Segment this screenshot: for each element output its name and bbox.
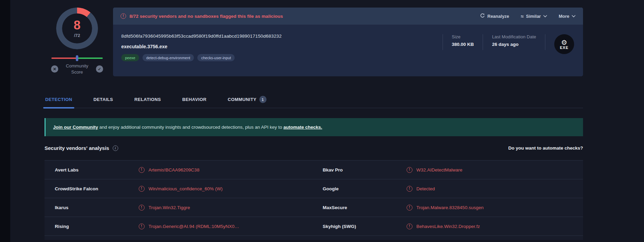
chevron-down-icon [543,15,547,17]
size-label: Size [452,34,474,39]
detection-result: ! Win/malicious_confidence_60% (W) [139,186,314,192]
reanalyze-button[interactable]: Reanalyze [480,13,509,19]
vertical-divider [545,34,545,50]
detection-alert-text: 8/72 security vendors and no sandboxes f… [129,14,480,19]
detection-label: BehavesLike.Win32.Dropper.fz [417,224,480,229]
table-row: CrowdStrike Falcon ! Win/malicious_confi… [45,179,583,198]
automate-checks-link[interactable]: automate checks. [283,125,322,130]
tab-label: DETAILS [94,97,113,102]
detection-result: ! Trojan.Generic@AI.94 (RDML:10M5yNX0… [139,224,314,229]
slider-marker [76,55,78,61]
score-widget: 8 /72 ✕ Community Score ✓ [48,8,106,75]
vendor-name: MaxSecure [314,205,407,210]
file-hash[interactable]: 8dfd506fa7936045995b63f53ccad9580f19d0ff… [121,34,443,39]
alert-icon: ! [407,167,412,173]
tab-community[interactable]: COMMUNITY 1 [227,93,267,108]
vendor-name: Google [314,186,407,191]
last-modification-value: 26 days ago [492,42,536,47]
community-score-label: Community Score [63,63,91,75]
vendor-name: CrowdStrike Falcon [46,186,139,191]
vendor-name: Bkav Pro [314,167,407,173]
gear-icon: ⚙ [561,39,567,46]
detection-result: ! Trojan.Malware.8328450.susgen [407,205,582,211]
tab-label: BEHAVIOR [182,97,207,102]
tag-checks-user-input[interactable]: checks-user-input [197,54,235,61]
alert-icon: ! [407,186,412,192]
score-total: /72 [74,33,80,38]
tag-peexe[interactable]: peexe [121,54,139,61]
detection-result: ! BehavesLike.Win32.Dropper.fz [407,224,582,229]
reanalyze-label: Reanalyze [487,14,509,19]
file-type-exe-icon: ⚙ EXE [554,34,574,54]
table-row: Ikarus ! Trojan.Win32.Tiggre MaxSecure !… [45,198,583,217]
size-value: 380.00 KB [452,42,474,47]
detection-result: ! W32.AIDetectMalware [407,167,582,173]
table-row-partial [45,236,583,240]
banner-text: and enjoy additional community insights … [98,125,283,130]
tab-behavior[interactable]: BEHAVIOR [182,93,207,108]
tab-label: DETECTION [45,97,72,102]
like-check-icon[interactable]: ✓ [96,65,103,73]
virustotal-detection-page: 8 /72 ✕ Community Score ✓ ! 8/72 securit… [0,0,644,242]
community-count-badge: 1 [259,96,267,103]
reanalyze-icon [480,13,485,19]
vendor-name: Skyhigh (SWG) [314,224,407,229]
dislike-x-icon[interactable]: ✕ [51,65,58,73]
detection-score-gauge: 8 /72 [56,8,98,49]
alert-circle-icon: ! [121,13,126,19]
detection-label: Artemis!BCAA96209C38 [149,167,200,173]
last-modification-label: Last Modification Date [492,34,536,39]
vendor-name: Rising [46,224,139,229]
analysis-section-header: Security vendors' analysis i Do you want… [45,145,583,151]
detection-label: Trojan.Generic@AI.94 (RDML:10M5yNX0… [149,224,239,229]
detection-result: ! Detected [407,186,582,192]
score-value: 8 [74,19,80,31]
tag-detect-debug-environment[interactable]: detect-debug-environment [143,54,194,61]
tab-details[interactable]: DETAILS [93,93,114,108]
tab-bar: DETECTION DETAILS RELATIONS BEHAVIOR COM… [45,93,583,108]
tab-detection[interactable]: DETECTION [45,93,73,108]
tab-relations[interactable]: RELATIONS [134,93,162,108]
vendors-table: Avert Labs ! Artemis!BCAA96209C38 Bkav P… [45,160,583,240]
tab-label: COMMUNITY [228,97,257,102]
file-summary-card: ! 8/72 security vendors and no sandboxes… [113,8,583,76]
detection-label: Trojan.Malware.8328450.susgen [417,205,484,210]
detection-label: Detected [417,186,435,191]
detection-result: ! Artemis!BCAA96209C38 [139,167,314,173]
more-button[interactable]: More [559,14,575,19]
automate-checks-question-link[interactable]: Do you want to automate checks? [508,145,583,151]
similar-button[interactable]: ≈ Similar [521,14,547,19]
section-title: Security vendors' analysis [45,145,109,151]
alert-icon: ! [139,224,145,229]
similar-icon: ≈ [521,14,523,19]
detection-label: Win/malicious_confidence_60% (W) [149,186,223,191]
chevron-down-icon [572,15,575,17]
file-type-label: EXE [560,46,568,50]
similar-label: Similar [526,14,541,19]
alert-icon: ! [407,205,412,211]
join-community-link[interactable]: Join our Community [53,125,98,130]
tab-label: RELATIONS [134,97,161,102]
table-row: Rising ! Trojan.Generic@AI.94 (RDML:10M5… [45,217,583,236]
detection-result: ! Trojan.Win32.Tiggre [139,205,314,211]
table-row: Avert Labs ! Artemis!BCAA96209C38 Bkav P… [45,161,583,179]
alert-icon: ! [139,205,145,211]
alert-icon: ! [139,186,145,192]
info-icon[interactable]: i [113,145,118,151]
vendor-name: Avert Labs [46,167,139,173]
left-edge-strip [0,0,10,242]
community-score-slider [51,58,103,59]
detection-alert-bar: ! 8/72 security vendors and no sandboxes… [113,8,583,25]
alert-icon: ! [139,167,145,173]
vendor-name: Ikarus [46,205,139,210]
detection-label: W32.AIDetectMalware [417,167,462,173]
file-name[interactable]: executable.3756.exe [121,44,443,49]
join-community-banner: Join our Community and enjoy additional … [45,118,583,136]
more-label: More [559,14,569,19]
detection-label: Trojan.Win32.Tiggre [149,205,190,210]
alert-icon: ! [407,224,412,229]
